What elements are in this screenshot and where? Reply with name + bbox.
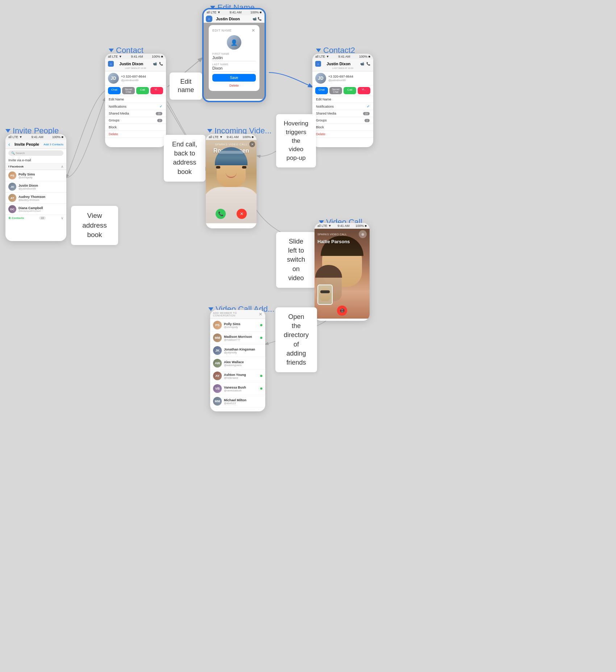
- add-member-michael[interactable]: MM Michael Milton @abot123: [210, 395, 265, 408]
- menu-icon[interactable]: ⊕: [359, 230, 367, 238]
- shared-media-item[interactable]: Shared Media 23: [312, 110, 373, 117]
- add-member-ashton[interactable]: AY Ashton Young @helloname: [210, 370, 265, 382]
- video-icon[interactable]: 📹: [153, 62, 157, 66]
- caller-name: Hallie Parsons: [317, 239, 350, 244]
- online-indicator: [260, 337, 262, 339]
- groups-item[interactable]: Groups 2: [312, 117, 373, 124]
- invite-item-audrey[interactable]: AT Audrey Thomson @audrey-thomson: [5, 192, 66, 204]
- save-button[interactable]: Save: [212, 74, 256, 82]
- shared-media-item[interactable]: Shared Media 23: [105, 110, 166, 117]
- chevron-down-icon: [109, 49, 114, 52]
- check-icon: ✓: [367, 104, 370, 108]
- edit-name-avatar: 👤: [227, 35, 241, 50]
- contact-header: ⌂ ‹ Justin Dixon 📹 📞 LAST SEEN AT 13:30: [312, 59, 373, 71]
- member-name: Polly Sims: [224, 322, 241, 326]
- chat-button[interactable]: Chat: [108, 87, 121, 94]
- member-handle: @madison777: [224, 339, 252, 341]
- video-button[interactable]: Vi...: [358, 87, 370, 94]
- contacts-section: ⊕ Contacts 22 ∨: [5, 215, 66, 221]
- avatar: JK: [213, 346, 222, 355]
- invite-item-polly[interactable]: PS Polly Sims @ohmspolly: [5, 170, 66, 181]
- add-member-vanessa[interactable]: VB Vanessa Bush @vanessabush: [210, 382, 265, 395]
- action-buttons: Chat Secret Chat Call Vi...: [105, 86, 166, 96]
- avatar: VB: [213, 384, 222, 393]
- chevron-down-icon: [316, 49, 321, 52]
- video-button[interactable]: Vi...: [150, 87, 163, 94]
- add-member-jonathan[interactable]: JK Jonathan Kingsman @jollymolly: [210, 344, 265, 357]
- chevron-down-icon: [208, 307, 213, 311]
- member-name: Madison Morrison: [224, 335, 252, 339]
- add-member-alex[interactable]: AW Alex Wallace @iwasimypanis: [210, 357, 265, 370]
- modal-title: EDIT NAME: [212, 29, 256, 32]
- add-member-polly[interactable]: PS Polly Sims @ohmspolly: [210, 319, 265, 332]
- firstname-value[interactable]: Justin: [212, 55, 256, 61]
- groups-badge: 2: [365, 119, 370, 122]
- lastname-value[interactable]: Dixon: [212, 66, 256, 72]
- delete-item[interactable]: Delete: [105, 131, 166, 138]
- groups-item[interactable]: Groups 2: [105, 117, 166, 124]
- invite-email-item[interactable]: Invite via e-mail: [5, 157, 66, 163]
- end-call-button[interactable]: 📵: [337, 306, 347, 316]
- expand-icon[interactable]: ∨: [61, 216, 63, 220]
- status-bar: all LTE ▼ 9:41 AM 100% ■: [105, 54, 166, 59]
- contact-handle: @ohmspolly: [18, 176, 35, 179]
- last-seen: LAST SEEN AT 13:30: [315, 67, 370, 70]
- call-button[interactable]: Call: [344, 87, 356, 94]
- phone-icon[interactable]: 📞: [159, 62, 163, 66]
- video-call-background: SPARKS VIDEO CALL ⊕ Hallie Parsons 📵: [315, 229, 370, 319]
- edit-name-item[interactable]: Edit Name: [105, 96, 166, 103]
- avatar: AW: [213, 359, 222, 368]
- search-bar[interactable]: 🔍 Search: [8, 150, 63, 156]
- secret-chat-button[interactable]: Secret Chat: [329, 87, 342, 94]
- edit-name-item[interactable]: Edit Name: [312, 96, 373, 103]
- shared-media-badge: 23: [363, 112, 370, 115]
- status-bar: all LTE ▼ 9:41 AM 100% ■: [312, 54, 373, 59]
- status-bar: all LTE ▼ 9:41 AM 100% ■: [5, 134, 66, 140]
- phone-number: +3 320-697-8644: [121, 75, 146, 79]
- status-bar: all LTE ▼ 9:41 AM 100% ■: [204, 9, 265, 15]
- avatar: AT: [8, 194, 16, 202]
- phone-video-add: ADD MEMBER TO CONVERSATION ✕ PS Polly Si…: [210, 310, 265, 411]
- nav-title: Justin Dixon: [326, 62, 350, 66]
- lastname-label: LAST NAME: [212, 63, 256, 66]
- member-handle: @vanessabush: [224, 389, 246, 392]
- add-member-madison[interactable]: MM Madison Morrison @madison777: [210, 332, 265, 344]
- check-icon: ✓: [159, 104, 162, 108]
- video-icon[interactable]: 📹: [360, 62, 364, 66]
- home-icon: ⌂: [206, 16, 212, 22]
- online-indicator: [260, 375, 262, 377]
- contact-info-row: JD +3 320-697-8644 @justindixon89: [312, 71, 373, 86]
- member-name: Jonathan Kingsman: [224, 348, 255, 351]
- phone-incoming: all LTE ▼ 9:41 AM 100% ■ ✕ SPARKS VIDEO …: [206, 134, 257, 228]
- contact-info-row: JD +3 320-697-8644 @justindixon89: [105, 71, 166, 86]
- close-icon[interactable]: ✕: [259, 312, 263, 317]
- tooltip-slide-left: Slideleft toswitchonvideo: [276, 232, 316, 288]
- avatar: MM: [213, 397, 222, 406]
- close-icon[interactable]: ✕: [249, 141, 255, 147]
- add-contacts-button[interactable]: Add 3 Contacts: [43, 143, 63, 146]
- collapse-icon[interactable]: ∧: [61, 165, 63, 169]
- avatar: MM: [213, 333, 222, 342]
- delete-button[interactable]: Delete: [212, 84, 256, 87]
- tooltip-end-call: End call,back toaddressbook: [164, 135, 205, 182]
- phone-contact: all LTE ▼ 9:41 AM 100% ■ ⌂ ‹ Justin Dixo…: [105, 54, 166, 147]
- modal-close-icon[interactable]: ✕: [251, 28, 255, 33]
- accept-call-button[interactable]: 📞: [216, 209, 226, 219]
- contact-name: Justin Dixon: [18, 184, 38, 187]
- home-icon: ⌂: [108, 61, 114, 67]
- notifications-item[interactable]: Notifications ✓: [312, 103, 373, 110]
- invite-item-justin[interactable]: JD Justin Dixon @justindixon89: [5, 181, 66, 192]
- invite-item-diana[interactable]: DC Diana Campbell @dontplaywithmyheart: [5, 204, 66, 215]
- decline-call-button[interactable]: ✕: [237, 209, 247, 219]
- delete-item[interactable]: Delete: [312, 131, 373, 138]
- video-background: ✕ SPARKS VIDEO CALL Rose Jensen 📞 ✕: [206, 140, 257, 223]
- block-item[interactable]: Block: [312, 124, 373, 131]
- phone-icon[interactable]: 📞: [366, 62, 370, 66]
- member-name: Alex Wallace: [224, 360, 244, 364]
- chat-button[interactable]: Chat: [315, 87, 328, 94]
- block-item[interactable]: Block: [105, 124, 166, 131]
- member-handle: @helloname: [224, 377, 246, 379]
- notifications-item[interactable]: Notifications ✓: [105, 103, 166, 110]
- secret-chat-button[interactable]: Secret Chat: [122, 87, 135, 94]
- call-button[interactable]: Call: [136, 87, 149, 94]
